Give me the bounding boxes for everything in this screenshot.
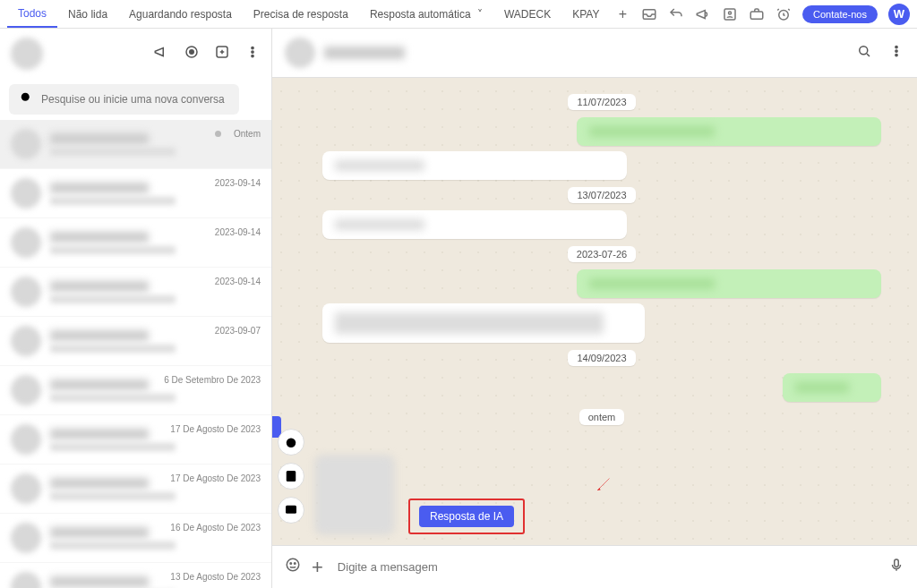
message-in[interactable] [322, 210, 627, 239]
chat-list-item[interactable]: 6 De Setembro De 2023 [0, 366, 271, 415]
chat-name [50, 330, 149, 341]
chat-name [50, 133, 149, 144]
svg-point-23 [287, 558, 299, 571]
chevron-down-icon: ˅ [475, 8, 483, 21]
svg-point-24 [290, 563, 292, 565]
status-icon[interactable] [184, 44, 200, 64]
message-in[interactable] [322, 303, 645, 343]
chat-list-item[interactable]: 2023-09-14 [0, 268, 271, 317]
add-tab-button[interactable]: + [610, 0, 635, 28]
svg-point-13 [896, 46, 897, 47]
search-box[interactable] [9, 84, 239, 115]
tab-kpay[interactable]: KPAY [561, 0, 610, 28]
chat-avatar [11, 473, 41, 504]
image-send-icon[interactable] [278, 497, 304, 524]
svg-point-20 [288, 507, 290, 509]
svg-point-11 [21, 93, 30, 101]
tab-nao-lida[interactable]: Não lida [57, 0, 118, 28]
contact-us-button[interactable]: Contate-nos [802, 5, 878, 23]
chat-date: 16 De Agosto De 2023 [170, 523, 261, 533]
svg-point-10 [252, 55, 253, 56]
attach-icon[interactable]: + [312, 556, 323, 579]
chat-avatar [11, 277, 41, 307]
svg-point-12 [860, 47, 868, 55]
chat-name [50, 527, 149, 538]
emoji-icon[interactable] [285, 557, 301, 577]
date-separator: 2023-07-26 [568, 246, 636, 262]
sidebar: Ontem 2023-09-14 2023-09-14 2023-09-14 2… [0, 29, 272, 588]
svg-point-18 [290, 473, 293, 476]
chat-name [50, 429, 149, 439]
annotation-arrow [595, 477, 611, 493]
mic-icon[interactable] [888, 557, 904, 577]
svg-point-25 [295, 563, 296, 565]
chat-list-item[interactable]: 16 De Agosto De 2023 [0, 514, 271, 563]
svg-point-8 [252, 47, 253, 48]
sidebar-header [0, 29, 271, 79]
chat-menu-icon[interactable] [888, 43, 904, 63]
search-input[interactable] [41, 93, 230, 106]
alarm-icon[interactable] [776, 6, 792, 22]
chat-date: 6 De Setembro De 2023 [164, 375, 261, 385]
briefcase-icon[interactable] [749, 6, 765, 22]
app-logo[interactable]: W [888, 4, 910, 25]
tab-resposta-auto[interactable]: Resposta automática ˅ [359, 0, 493, 28]
chat-preview [50, 541, 176, 550]
svg-rect-26 [895, 559, 899, 567]
chat-list-item[interactable]: 2023-09-14 [0, 218, 271, 268]
own-avatar[interactable] [11, 38, 43, 70]
chat-name [50, 478, 149, 489]
announcement-icon[interactable] [153, 44, 169, 64]
tab-precisa[interactable]: Precisa de resposta [243, 0, 359, 28]
ai-reply-button[interactable]: Resposta de IA [419, 506, 514, 527]
chat-avatar [11, 227, 41, 258]
contact-avatar[interactable] [285, 38, 315, 68]
message-out[interactable] [577, 269, 881, 298]
media-thumbnail[interactable] [315, 456, 394, 534]
chat-date: 17 De Agosto De 2023 [170, 424, 261, 434]
svg-point-15 [896, 54, 897, 55]
message-in[interactable] [322, 151, 627, 180]
message-input[interactable] [334, 553, 878, 581]
chat-list-item[interactable]: Ontem [0, 120, 271, 169]
svg-point-14 [896, 50, 897, 52]
filter-icon[interactable] [246, 89, 262, 109]
search-chat-icon[interactable] [856, 43, 872, 63]
schedule-icon[interactable] [278, 429, 304, 456]
search-icon [18, 89, 34, 109]
messages-area[interactable]: 11/07/2023 13/07/2023 2023-07-26 14/09/2… [272, 78, 917, 545]
chat-list-item[interactable]: 2023-09-14 [0, 169, 271, 218]
chat-list-item[interactable]: 2023-09-07 [0, 317, 271, 366]
chat-date: 2023-09-14 [215, 227, 261, 237]
menu-dots-icon[interactable] [244, 44, 261, 64]
float-toolbar [278, 429, 304, 524]
chat-date: 2023-09-07 [215, 326, 261, 336]
chat-avatar [11, 326, 41, 356]
message-out[interactable] [577, 117, 881, 146]
chat-avatar [11, 129, 41, 159]
chat-name [50, 183, 149, 193]
tab-wadeck[interactable]: WADECK [493, 0, 561, 28]
tab-aguardando[interactable]: Aguardando resposta [118, 0, 243, 28]
user-box-icon[interactable] [722, 6, 738, 22]
chat-list-item[interactable]: 13 De Agosto De 2023 [0, 563, 271, 588]
message-composer: + [272, 545, 917, 588]
chat-list-item[interactable]: 17 De Agosto De 2023 [0, 464, 271, 514]
chat-preview [50, 345, 176, 353]
chat-name [50, 281, 149, 292]
date-separator: 13/07/2023 [568, 187, 635, 203]
chat-avatar [11, 424, 41, 455]
svg-rect-3 [750, 12, 763, 19]
new-chat-icon[interactable] [214, 44, 230, 64]
chat-list-item[interactable]: 17 De Agosto De 2023 [0, 415, 271, 464]
chat-preview [50, 394, 176, 402]
inbox-icon[interactable] [641, 6, 657, 22]
message-out[interactable] [783, 373, 881, 402]
megaphone-icon[interactable] [695, 6, 711, 22]
svg-point-2 [729, 12, 732, 14]
date-separator: ontem [579, 409, 625, 425]
reply-icon[interactable] [668, 6, 684, 22]
chat-date: 2023-09-14 [215, 178, 261, 188]
tab-todos[interactable]: Todos [7, 0, 57, 28]
contact-card-icon[interactable] [278, 463, 304, 490]
